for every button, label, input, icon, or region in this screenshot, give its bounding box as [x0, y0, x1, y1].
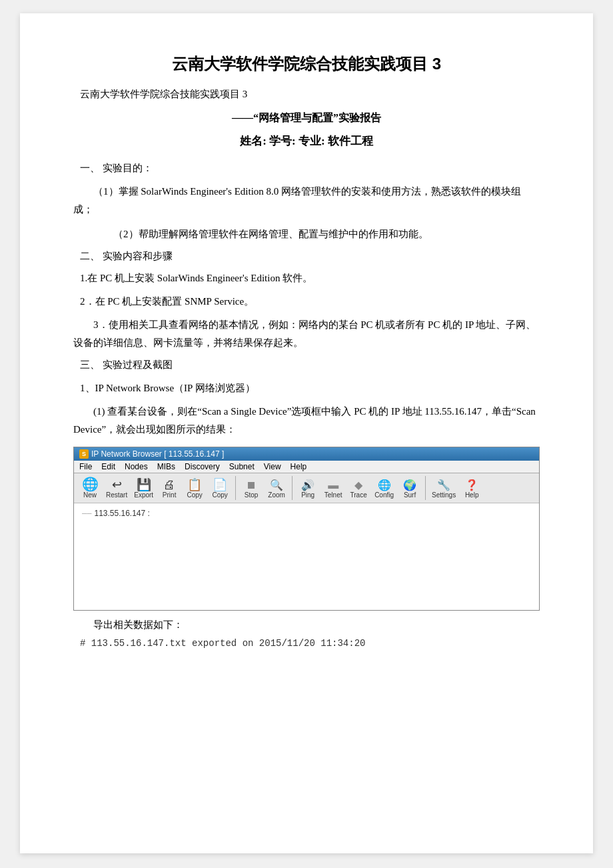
toolbar-trace[interactable]: ◆ Trace: [346, 479, 370, 500]
document-page: 云南大学软件学院综合技能实践项目 3 云南大学软件学院综合技能实践项目 3 ——…: [20, 13, 593, 853]
step-2: 2．在 PC 机上安装配置 SNMP Service。: [80, 293, 540, 311]
menu-file[interactable]: File: [79, 462, 92, 471]
new-icon: 🌐: [82, 477, 99, 491]
menu-discovery[interactable]: Discovery: [185, 462, 220, 471]
copy1-icon: 📋: [187, 479, 202, 491]
help-icon: ❓: [465, 480, 478, 491]
section2-header: 二、 实验内容和步骤: [80, 250, 540, 263]
print-label: Print: [163, 491, 177, 499]
help-label: Help: [465, 491, 479, 499]
export-data: # 113.55.16.147.txt exported on 2015/11/…: [80, 638, 540, 649]
menu-subnet[interactable]: Subnet: [229, 462, 255, 471]
copy1-label: Copy: [187, 491, 202, 499]
app-icon: S: [79, 449, 89, 459]
menu-mibs[interactable]: MIBs: [157, 462, 175, 471]
browser-screenshot: S IP Network Browser [ 113.55.16.147 ] F…: [73, 447, 540, 611]
center-title: ——“网络管理与配置”实验报告: [73, 111, 540, 125]
menu-nodes[interactable]: Nodes: [125, 462, 148, 471]
toolbar-separator-1: [235, 476, 236, 500]
menu-edit[interactable]: Edit: [101, 462, 115, 471]
step-1: 1.在 PC 机上安装 SolarWinds Engineer's Editio…: [80, 269, 540, 287]
browser-content: —— 113.55.16.147 :: [74, 503, 539, 610]
step-3: 3．使用相关工具查看网络的基本情况，例如：网络内的某台 PC 机或者所有 PC …: [73, 316, 540, 352]
copy2-icon: 📄: [213, 479, 227, 491]
print-icon: 🖨: [163, 479, 175, 491]
ping-label: Ping: [301, 491, 314, 499]
toolbar-separator-2: [292, 476, 293, 500]
tree-ip: 113.55.16.147 :: [94, 509, 149, 518]
tree-item: —— 113.55.16.147 :: [82, 509, 531, 518]
ping-icon: 🔊: [301, 480, 314, 491]
menu-help[interactable]: Help: [291, 462, 307, 471]
toolbar-copy1[interactable]: 📋 Copy: [183, 477, 207, 500]
zoom-label: Zoom: [268, 491, 285, 499]
toolbar-telnet[interactable]: ▬ Telnet: [321, 479, 345, 500]
telnet-label: Telnet: [324, 491, 342, 499]
export-icon: 💾: [137, 479, 151, 491]
toolbar-export[interactable]: 💾 Export: [131, 477, 156, 500]
toolbar-zoom[interactable]: 🔍 Zoom: [265, 479, 289, 500]
new-label: New: [83, 491, 97, 499]
browser-toolbar: 🌐 New ↩ Restart 💾 Export 🖨 Print 📋 Copy …: [74, 473, 539, 503]
subsection1-label: 1、IP Network Browse（IP 网络浏览器）: [80, 379, 540, 397]
telnet-icon: ▬: [328, 480, 338, 491]
paragraph-2: （2）帮助理解网络管理软件在网络管理、配置与维护中的作用和功能。: [73, 225, 540, 243]
settings-icon: 🔧: [437, 480, 450, 491]
export-intro: 导出相关数据如下：: [73, 619, 540, 631]
browse-instruction: (1) 查看某台设备，则在“Scan a Single Device”选项框中输…: [73, 403, 540, 439]
trace-icon: ◆: [354, 480, 362, 491]
restart-label: Restart: [106, 491, 127, 499]
browser-title: IP Network Browser [ 113.55.16.147 ]: [91, 449, 224, 459]
toolbar-help[interactable]: ❓ Help: [460, 479, 484, 500]
toolbar-print[interactable]: 🖨 Print: [157, 477, 181, 500]
surf-icon: 🌍: [403, 480, 416, 491]
browser-menubar: File Edit Nodes MIBs Discovery Subnet Vi…: [74, 461, 539, 473]
toolbar-stop[interactable]: ⏹ Stop: [239, 479, 263, 500]
browser-titlebar: S IP Network Browser [ 113.55.16.147 ]: [74, 447, 539, 461]
author-info: 姓名: 学号: 专业: 软件工程: [73, 133, 540, 149]
export-label: Export: [134, 491, 153, 499]
stop-icon: ⏹: [246, 480, 257, 491]
toolbar-new[interactable]: 🌐 New: [78, 476, 102, 500]
section3-header: 三、 实验过程及截图: [80, 359, 540, 371]
settings-label: Settings: [432, 491, 456, 499]
section1-header: 一、 实验目的：: [80, 162, 540, 175]
toolbar-ping[interactable]: 🔊 Ping: [296, 479, 320, 500]
toolbar-config[interactable]: 🌐 Config: [372, 479, 396, 500]
toolbar-copy2[interactable]: 📄 Copy: [208, 477, 232, 500]
config-icon: 🌐: [378, 480, 391, 491]
subtitle: 云南大学软件学院综合技能实践项目 3: [80, 88, 540, 101]
restart-icon: ↩: [112, 479, 122, 491]
toolbar-restart[interactable]: ↩ Restart: [103, 477, 130, 500]
toolbar-surf[interactable]: 🌍 Surf: [398, 479, 422, 500]
zoom-icon: 🔍: [270, 480, 283, 491]
config-label: Config: [374, 491, 394, 499]
tree-line: ——: [82, 509, 91, 518]
menu-view[interactable]: View: [264, 462, 281, 471]
stop-label: Stop: [245, 491, 259, 499]
main-title: 云南大学软件学院综合技能实践项目 3: [73, 53, 540, 75]
surf-label: Surf: [404, 491, 416, 499]
toolbar-separator-3: [425, 476, 426, 500]
copy2-label: Copy: [212, 491, 227, 499]
toolbar-settings[interactable]: 🔧 Settings: [429, 479, 458, 500]
trace-label: Trace: [350, 491, 367, 499]
paragraph-1: （1）掌握 SolarWinds Engineer's Edition 8.0 …: [73, 183, 540, 219]
